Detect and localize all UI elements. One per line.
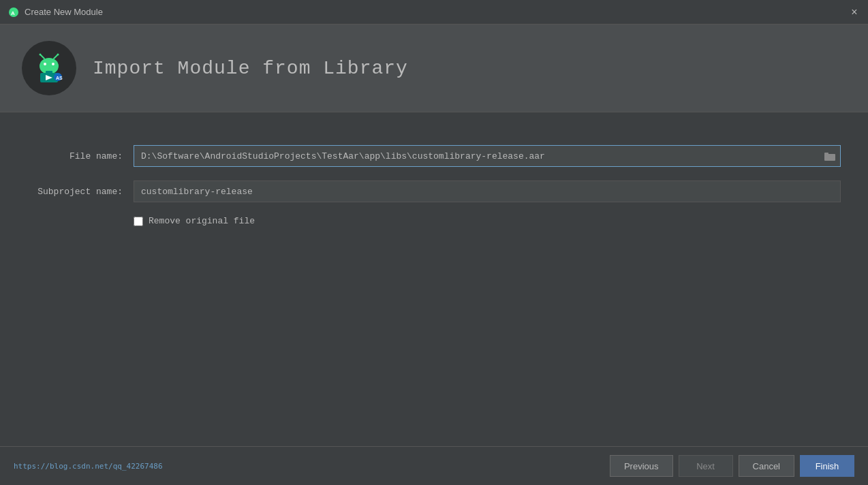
header-title: Import Module from Library	[93, 58, 408, 79]
android-studio-title-icon: A	[8, 7, 19, 18]
subproject-name-input-wrapper	[134, 181, 841, 202]
content-section: File name: Subproject name: Remove or	[0, 112, 868, 446]
svg-rect-10	[46, 71, 52, 75]
header-section: AS Import Module from Library	[0, 25, 868, 112]
cancel-button[interactable]: Cancel	[739, 455, 794, 477]
dialog-container: A Create New Module ×	[0, 0, 868, 485]
svg-line-5	[41, 55, 44, 59]
previous-button[interactable]: Previous	[610, 455, 673, 477]
remove-original-checkbox[interactable]	[134, 217, 143, 226]
svg-text:AS: AS	[56, 76, 63, 80]
svg-point-8	[57, 54, 59, 56]
next-button[interactable]: Next	[679, 455, 733, 477]
browse-folder-button[interactable]	[822, 148, 838, 164]
file-name-input-wrapper	[134, 145, 841, 167]
svg-point-6	[40, 54, 42, 56]
file-name-row: File name:	[27, 145, 841, 167]
svg-rect-14	[824, 154, 835, 161]
svg-point-3	[44, 63, 46, 65]
footer-section: https://blog.csdn.net/qq_42267486 Previo…	[0, 446, 868, 485]
subproject-name-row: Subproject name:	[27, 181, 841, 202]
dialog-title: Create New Module	[25, 7, 103, 17]
finish-button[interactable]: Finish	[800, 455, 854, 477]
svg-rect-15	[824, 153, 828, 155]
close-button[interactable]: ×	[849, 7, 860, 18]
remove-original-row: Remove original file	[134, 216, 841, 226]
subproject-name-input[interactable]	[134, 181, 841, 202]
subproject-name-label: Subproject name:	[27, 187, 123, 197]
title-bar-left: A Create New Module	[8, 7, 103, 18]
title-bar: A Create New Module ×	[0, 0, 868, 25]
android-logo: AS	[22, 41, 76, 95]
svg-point-4	[52, 63, 55, 65]
file-name-input[interactable]	[134, 145, 841, 167]
status-link: https://blog.csdn.net/qq_42267486	[14, 462, 604, 471]
svg-text:A: A	[11, 10, 15, 16]
file-name-label: File name:	[27, 151, 123, 161]
android-logo-svg: AS	[32, 51, 66, 85]
remove-original-label[interactable]: Remove original file	[149, 216, 255, 226]
svg-line-7	[54, 55, 57, 59]
